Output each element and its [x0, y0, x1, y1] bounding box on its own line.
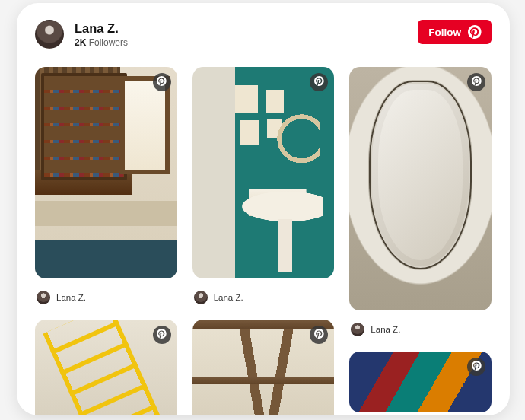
pin-author: Lana Z.	[56, 293, 86, 302]
pin[interactable]	[192, 320, 335, 415]
pin-save-button[interactable]	[153, 73, 171, 91]
avatar[interactable]	[194, 291, 208, 304]
pin-image[interactable]	[35, 67, 177, 278]
header: Lana Z. 2K Followers Follow	[35, 20, 492, 49]
profile-card: Lana Z. 2K Followers Follow	[17, 3, 510, 415]
pin-save-button[interactable]	[467, 73, 485, 91]
pinterest-icon	[314, 328, 324, 342]
pin-grid: Lana Z.	[35, 67, 492, 415]
pin[interactable]	[35, 67, 177, 278]
pinterest-icon	[314, 75, 324, 89]
profile-block[interactable]: Lana Z. 2K Followers	[35, 20, 128, 49]
profile-text: Lana Z. 2K Followers	[75, 21, 128, 49]
pin-save-button[interactable]	[153, 326, 171, 344]
pin-author: Lana Z.	[371, 325, 400, 334]
follow-label: Follow	[428, 27, 461, 38]
pin[interactable]	[35, 320, 177, 415]
pin-attribution[interactable]: Lana Z.	[194, 291, 335, 304]
follow-button[interactable]: Follow	[418, 20, 492, 44]
pinterest-icon	[472, 360, 482, 374]
pin[interactable]	[192, 67, 335, 278]
avatar[interactable]	[351, 323, 364, 336]
grid-col-3: Lana Z.	[349, 67, 492, 415]
pin-author: Lana Z.	[214, 293, 243, 302]
pinterest-icon	[157, 328, 167, 342]
followers-count: 2K	[75, 37, 86, 48]
pinterest-icon	[472, 75, 482, 89]
profile-name[interactable]: Lana Z.	[75, 21, 128, 37]
pinterest-icon	[468, 25, 482, 39]
pin[interactable]	[349, 352, 492, 412]
pin[interactable]	[349, 67, 492, 310]
grid-col-1: Lana Z.	[35, 67, 177, 415]
pin-attribution[interactable]: Lana Z.	[351, 323, 492, 336]
followers-label: Followers	[89, 37, 128, 48]
pin-image[interactable]	[349, 67, 492, 310]
avatar[interactable]	[35, 20, 64, 49]
followers: 2K Followers	[75, 37, 128, 48]
pin-save-button[interactable]	[467, 358, 485, 376]
grid-col-2: Lana Z.	[192, 67, 335, 415]
pinterest-icon	[157, 75, 167, 89]
pin-attribution[interactable]: Lana Z.	[37, 291, 177, 304]
avatar[interactable]	[37, 291, 50, 304]
pin-image[interactable]	[192, 67, 335, 278]
